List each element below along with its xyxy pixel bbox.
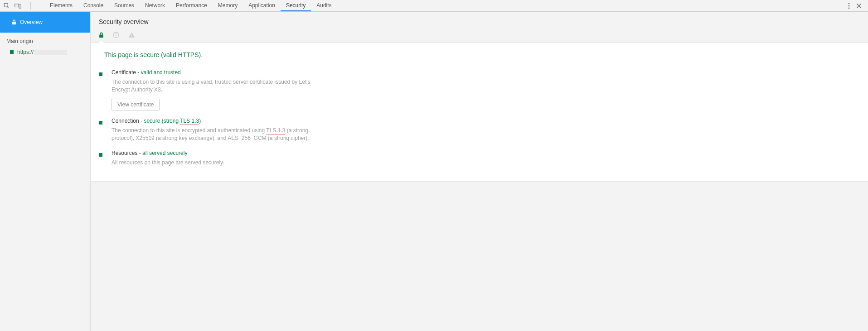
secure-status-square-icon bbox=[99, 72, 102, 76]
svg-rect-1 bbox=[15, 4, 19, 7]
inspect-icon[interactable] bbox=[4, 3, 10, 9]
status-warning-icon[interactable] bbox=[128, 32, 135, 38]
connection-title: Connection - secure (strong TLS 1.3) bbox=[112, 118, 320, 124]
lock-icon bbox=[12, 19, 16, 25]
section-certificate: Certificate - valid and trusted The conn… bbox=[99, 65, 425, 113]
certificate-desc: The connection to this site is using a v… bbox=[112, 76, 320, 94]
tab-console[interactable]: Console bbox=[78, 0, 109, 11]
content-body: This page is secure (valid HTTPS). Certi… bbox=[91, 43, 868, 182]
tab-sources[interactable]: Sources bbox=[109, 0, 140, 11]
security-content: Security overview This page is secure (v… bbox=[91, 12, 868, 331]
close-icon[interactable] bbox=[856, 3, 862, 9]
certificate-title-prefix: Certificate - bbox=[112, 69, 141, 76]
tab-security[interactable]: Security bbox=[281, 0, 311, 11]
tab-memory[interactable]: Memory bbox=[213, 0, 243, 11]
sidebar-origin[interactable]: https:// bbox=[0, 48, 90, 58]
origin-text: https:// bbox=[17, 49, 67, 55]
tab-application[interactable]: Application bbox=[243, 0, 281, 11]
active-status-pointer bbox=[98, 40, 104, 43]
tls-version: TLS 1.3 bbox=[266, 127, 285, 134]
content-title: Security overview bbox=[91, 12, 868, 28]
tabs-container: Elements Console Sources Network Perform… bbox=[44, 0, 337, 11]
svg-rect-9 bbox=[131, 34, 132, 36]
main: Overview Main origin https:// Security o… bbox=[0, 12, 868, 331]
svg-point-8 bbox=[116, 33, 116, 34]
svg-point-3 bbox=[849, 3, 850, 4]
tabbar-right-icons bbox=[832, 2, 865, 10]
sidebar-section-label: Main origin bbox=[0, 33, 90, 48]
secure-status-square-icon bbox=[99, 121, 102, 125]
resources-title: Resources - all served securely bbox=[112, 150, 320, 156]
connection-desc: The connection to this site is encrypted… bbox=[112, 124, 320, 143]
status-info-icon[interactable] bbox=[113, 32, 119, 38]
devtools-tabbar: Elements Console Sources Network Perform… bbox=[0, 0, 868, 12]
tab-elements[interactable]: Elements bbox=[44, 0, 78, 11]
status-icon-row bbox=[91, 28, 868, 43]
connection-title-prefix: Connection - bbox=[112, 118, 144, 124]
tls-version: TLS 1.3 bbox=[180, 118, 199, 125]
divider bbox=[30, 2, 31, 10]
sidebar-overview-label: Overview bbox=[20, 19, 43, 25]
secure-status-square-icon bbox=[10, 50, 14, 54]
svg-rect-10 bbox=[131, 36, 132, 37]
resources-title-status: all served securely bbox=[142, 150, 187, 156]
certificate-title: Certificate - valid and trusted bbox=[112, 69, 320, 76]
status-secure-lock-icon[interactable] bbox=[99, 32, 104, 38]
origin-host-redacted bbox=[34, 50, 67, 55]
divider bbox=[837, 2, 837, 10]
tabbar-left-icons bbox=[3, 2, 38, 10]
tab-audits[interactable]: Audits bbox=[311, 0, 337, 11]
resources-title-prefix: Resources - bbox=[112, 150, 142, 156]
svg-point-4 bbox=[849, 5, 850, 6]
more-icon[interactable] bbox=[848, 3, 850, 9]
secure-headline: This page is secure (valid HTTPS). bbox=[99, 51, 425, 65]
origin-scheme: https:// bbox=[17, 49, 34, 55]
view-certificate-button[interactable]: View certificate bbox=[112, 99, 160, 110]
tab-performance[interactable]: Performance bbox=[170, 0, 213, 11]
connection-title-status: secure (strong TLS 1.3) bbox=[144, 118, 201, 125]
section-connection: Connection - secure (strong TLS 1.3) The… bbox=[99, 113, 425, 145]
device-toggle-icon[interactable] bbox=[15, 3, 21, 9]
section-resources: Resources - all served securely All reso… bbox=[99, 145, 425, 169]
resources-desc: All resources on this page are served se… bbox=[112, 156, 320, 167]
svg-point-5 bbox=[849, 7, 850, 9]
svg-rect-2 bbox=[19, 5, 21, 8]
certificate-title-status: valid and trusted bbox=[141, 69, 181, 76]
security-sidebar: Overview Main origin https:// bbox=[0, 12, 91, 331]
sidebar-overview[interactable]: Overview bbox=[0, 12, 90, 33]
tab-network[interactable]: Network bbox=[140, 0, 170, 11]
secure-status-square-icon bbox=[99, 153, 102, 157]
